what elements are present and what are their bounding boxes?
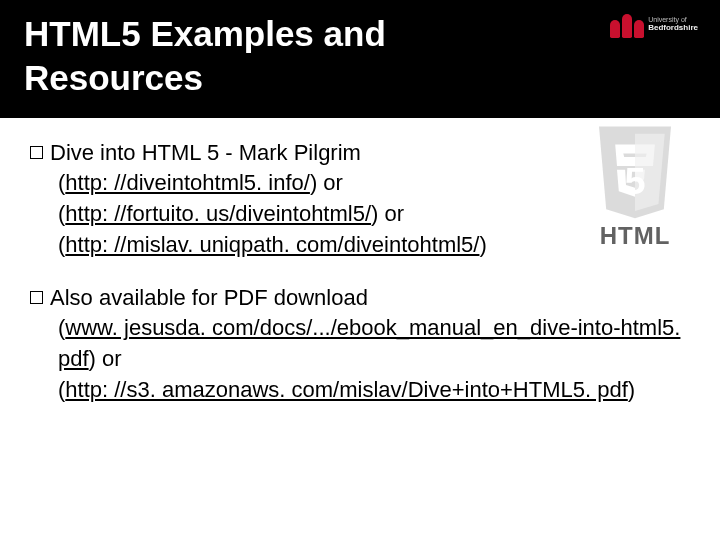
bullet-line: (www. jesusda. com/docs/.../ebook_manual… xyxy=(30,313,690,375)
university-mark-icon xyxy=(610,14,644,38)
bullet-line: (http: //mislav. uniqpath. com/diveintoh… xyxy=(30,230,690,261)
slide-title: HTML5 Examples and Resources xyxy=(24,12,544,100)
bullet-lead: Also available for PDF download xyxy=(50,285,368,310)
link[interactable]: www. jesusda. com/docs/.../ebook_manual_… xyxy=(58,315,680,371)
bullet-line: (http: //fortuito. us/diveintohtml5/) or xyxy=(30,199,690,230)
bullet-marker-icon xyxy=(30,146,43,159)
link[interactable]: http: //mislav. uniqpath. com/diveintoht… xyxy=(65,232,479,257)
bullet-marker-icon xyxy=(30,291,43,304)
link[interactable]: http: //diveintohtml5. info/ xyxy=(65,170,310,195)
bullet-item: Also available for PDF download (www. je… xyxy=(30,283,690,406)
university-logo: University of Bedfordshire xyxy=(610,14,698,38)
bullet-line: (http: //diveintohtml5. info/) or xyxy=(30,168,690,199)
bullet-item: Dive into HTML 5 - Mark Pilgrim (http: /… xyxy=(30,138,690,261)
slide-content: Dive into HTML 5 - Mark Pilgrim (http: /… xyxy=(0,118,720,438)
bullet-line: (http: //s3. amazonaws. com/mislav/Dive+… xyxy=(30,375,690,406)
link[interactable]: http: //s3. amazonaws. com/mislav/Dive+i… xyxy=(65,377,627,402)
slide-header: HTML5 Examples and Resources University … xyxy=(0,0,720,118)
bullet-lead: Dive into HTML 5 - Mark Pilgrim xyxy=(50,140,361,165)
university-name: University of Bedfordshire xyxy=(648,14,698,32)
link[interactable]: http: //fortuito. us/diveintohtml5/ xyxy=(65,201,371,226)
